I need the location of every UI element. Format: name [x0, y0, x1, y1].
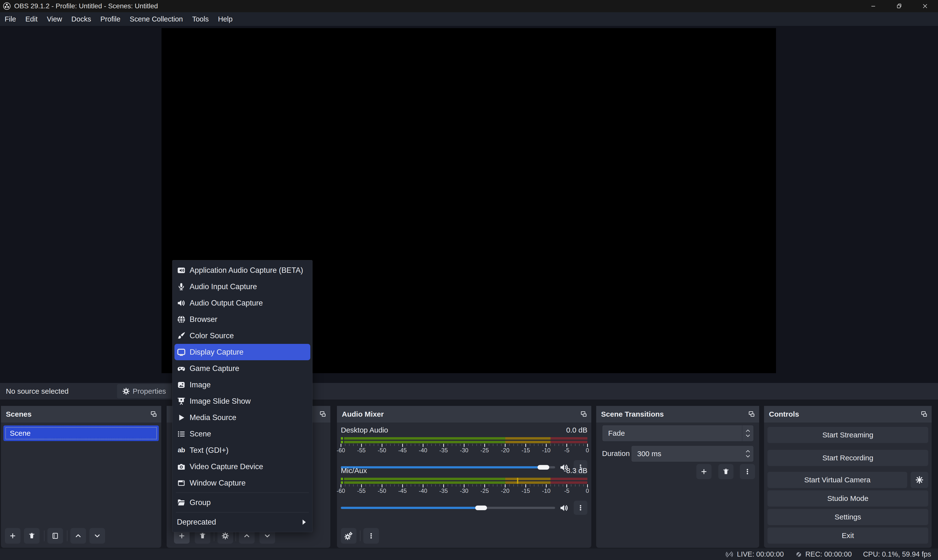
menu-edit[interactable]: Edit [21, 12, 42, 26]
menu-item-group[interactable]: Group [174, 494, 310, 511]
settings-button[interactable]: Settings [767, 509, 928, 525]
record-inactive-icon [795, 551, 802, 558]
application-audio-capture-icon [177, 266, 186, 275]
submenu-arrow-icon [302, 519, 307, 525]
menu-item-audio-output-capture[interactable]: Audio Output Capture [174, 295, 310, 311]
menu-item-color-source[interactable]: Color Source [174, 328, 310, 344]
game-capture-icon [177, 364, 186, 373]
minimize-button[interactable] [860, 0, 886, 12]
menu-item-media-source[interactable]: Media Source [174, 409, 310, 426]
menu-item-display-capture[interactable]: Display Capture [174, 344, 310, 360]
group-folder-icon [177, 498, 186, 507]
add-scene-button[interactable] [5, 528, 20, 544]
color-source-icon [177, 331, 186, 340]
transition-menu-button[interactable] [740, 464, 755, 479]
properties-label: Properties [132, 387, 166, 395]
menu-file[interactable]: File [0, 12, 21, 26]
close-button[interactable] [912, 0, 938, 12]
scenes-dock: Scenes Scene [1, 406, 161, 548]
menu-item-audio-input-capture[interactable]: Audio Input Capture [174, 278, 310, 295]
toolbar-divider [360, 531, 360, 541]
meter-scale [341, 484, 587, 488]
gear-icon [122, 388, 130, 395]
volume-slider-handle[interactable] [475, 506, 487, 510]
menu-item-game-capture[interactable]: Game Capture [174, 360, 310, 377]
toolbar-divider [67, 531, 68, 541]
duration-value: 300 ms [637, 449, 661, 458]
menu-item-deprecated[interactable]: Deprecated [174, 514, 310, 530]
controls-title: Controls [769, 410, 799, 418]
scenes-dock-header: Scenes [1, 406, 161, 423]
speaker-mute-icon[interactable] [559, 503, 569, 513]
rec-status: REC: 00:00:00 [795, 550, 852, 558]
rec-time: REC: 00:00:00 [806, 550, 852, 558]
controls-header: Controls [764, 406, 932, 423]
popout-icon[interactable] [580, 411, 587, 418]
duration-input[interactable]: 300 ms [631, 445, 754, 462]
media-source-icon [177, 413, 186, 422]
exit-button[interactable]: Exit [767, 528, 928, 544]
scene-list-item[interactable]: Scene [3, 425, 159, 441]
move-scene-up-button[interactable] [70, 528, 86, 544]
cpu-fps-text: CPU: 0.1%, 59.94 fps [863, 550, 931, 558]
menu-item-image[interactable]: Image [174, 377, 310, 393]
menu-item-video-capture-device[interactable]: Video Capture Device [174, 458, 310, 475]
mixer-menu-button[interactable] [363, 528, 379, 544]
video-capture-device-icon [177, 462, 186, 471]
menu-item-image-slide-show[interactable]: Image Slide Show [174, 393, 310, 409]
audio-input-capture-icon [177, 282, 186, 291]
menu-scene-collection[interactable]: Scene Collection [125, 12, 188, 26]
scenes-title: Scenes [6, 410, 32, 418]
menu-view[interactable]: View [42, 12, 67, 26]
meter-scale-labels: -60-55-50-45-40-35-30-25-20-15-10-50 [341, 447, 587, 454]
scene-filters-button[interactable] [48, 528, 63, 544]
menu-item-scene[interactable]: Scene [174, 426, 310, 442]
menu-item-browser[interactable]: Browser [174, 311, 310, 328]
gear-icon [915, 476, 923, 484]
popout-icon[interactable] [319, 411, 327, 418]
popout-icon[interactable] [920, 411, 928, 418]
menu-item-application-audio-capture[interactable]: Application Audio Capture (BETA) [174, 262, 310, 278]
move-scene-down-button[interactable] [89, 528, 105, 544]
popout-icon[interactable] [150, 411, 157, 418]
menu-docks[interactable]: Docks [67, 12, 96, 26]
transition-select[interactable]: Fade [602, 425, 754, 442]
audio-mixer-dock: Audio Mixer Desktop Audio 0.0 dB -60-55-… [337, 406, 591, 548]
popout-icon[interactable] [748, 411, 755, 418]
restore-button[interactable] [886, 0, 912, 12]
source-toolbar: No source selected Properties [0, 383, 938, 400]
channel-level-db: -8.3 dB [564, 466, 587, 475]
menu-tools[interactable]: Tools [187, 12, 213, 26]
menu-separator [176, 512, 309, 512]
menu-separator [176, 492, 309, 493]
add-transition-button[interactable] [696, 464, 712, 479]
transition-select-arrows[interactable] [742, 425, 753, 441]
menu-help[interactable]: Help [213, 12, 237, 26]
channel-menu-button[interactable] [574, 501, 587, 515]
remove-transition-button[interactable] [718, 464, 733, 479]
volume-slider[interactable] [341, 507, 555, 509]
title-bar: OBS 29.1.2 - Profile: Untitled - Scenes:… [0, 0, 938, 12]
duration-spinner-arrows[interactable] [742, 446, 753, 462]
advanced-audio-properties-button[interactable] [341, 528, 356, 544]
start-recording-button[interactable]: Start Recording [767, 450, 928, 466]
channel-name: Desktop Audio [341, 426, 388, 434]
meter-scale [341, 444, 587, 447]
properties-button[interactable]: Properties [117, 384, 171, 398]
menu-item-text-gdi[interactable]: ab Text (GDI+) [174, 442, 310, 458]
obs-logo-icon [3, 2, 11, 10]
remove-scene-button[interactable] [24, 528, 40, 544]
start-streaming-button[interactable]: Start Streaming [767, 427, 928, 443]
no-source-selected-label: No source selected [6, 387, 69, 395]
studio-mode-button[interactable]: Studio Mode [767, 491, 928, 506]
virtual-camera-settings-button[interactable] [911, 472, 928, 488]
start-virtual-camera-button[interactable]: Start Virtual Camera [767, 472, 907, 488]
audio-mixer-title: Audio Mixer [342, 410, 384, 418]
obs-main-window: OBS 29.1.2 - Profile: Untitled - Scenes:… [0, 0, 938, 560]
transition-value: Fade [608, 429, 625, 437]
controls-dock: Controls Start Streaming Start Recording… [764, 406, 932, 548]
menu-item-window-capture[interactable]: Window Capture [174, 475, 310, 491]
menu-profile[interactable]: Profile [96, 12, 125, 26]
mixer-channel-mic-aux: Mic/Aux -8.3 dB -60-55-50-45-40-35-30-25… [341, 466, 587, 494]
add-source-context-menu: Application Audio Capture (BETA) Audio I… [172, 260, 313, 532]
